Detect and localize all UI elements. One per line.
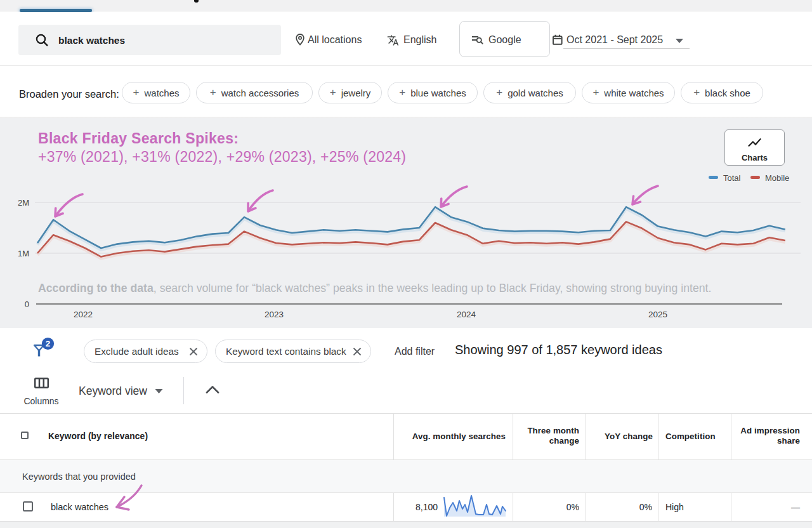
svg-text:2: 2 [46,339,51,348]
